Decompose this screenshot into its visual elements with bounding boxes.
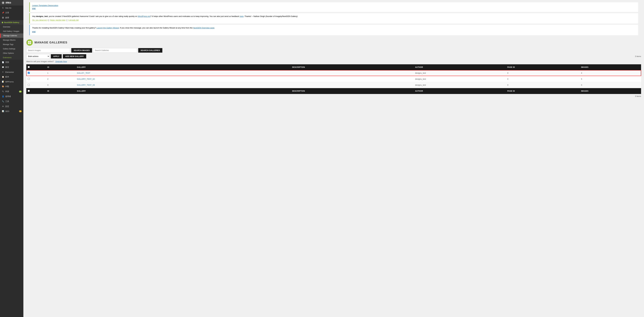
row-images-3: 0 xyxy=(580,82,641,88)
nextgen-overview-link[interactable]: NextGEN Overview page xyxy=(193,27,214,29)
sidebar-item-manage-albums[interactable]: Manage Albums xyxy=(0,38,24,42)
footer-images: IMAGES xyxy=(580,88,641,94)
row-pageid-3: 0 xyxy=(506,82,580,88)
gallery-link-1[interactable]: GALLEY_TEST xyxy=(77,72,90,74)
sidebar-item-posts[interactable]: 📌 文章 xyxy=(0,10,24,15)
table-row: 2 GALLERY_TEST_02 designu_test 0 5 xyxy=(26,76,641,82)
row-checkbox-2[interactable] xyxy=(28,78,30,80)
row-gallery-3: GALLERY_TEST_03 xyxy=(76,82,291,88)
sidebar-item-users[interactable]: 👤 使用者 xyxy=(0,94,24,99)
row-description-1 xyxy=(291,70,414,76)
sidebar-item-gallery-settings[interactable]: Gallery Settings xyxy=(0,46,24,51)
page-title-row: MANAGE GALLERIES xyxy=(26,39,641,46)
select-all-checkbox[interactable] xyxy=(28,66,30,68)
appearance-icon: 🎨 xyxy=(2,85,4,88)
rating-ok-link[interactable]: Ok, you deserve it xyxy=(32,19,48,21)
sidebar-item-comments[interactable]: 💬 留言 xyxy=(0,65,24,70)
pages-icon: 📄 xyxy=(2,61,4,64)
sidebar-item-settings[interactable]: ⚙ 設定 xyxy=(0,104,24,109)
sidebar-item-elementor[interactable]: ✏ Elementor xyxy=(0,70,24,74)
sidebar-item-label: 工具 xyxy=(5,100,9,103)
table-row: 3 GALLERY_TEST_03 designu_test 0 0 xyxy=(26,82,641,88)
row-checkbox-1[interactable] xyxy=(28,72,30,74)
seo-icon: 📊 xyxy=(2,110,4,112)
apply-button[interactable]: APPLY xyxy=(51,54,62,58)
footer-gallery: GALLERY xyxy=(76,88,291,94)
sidebar-item-appearance[interactable]: 🎨 外觀 xyxy=(0,84,24,89)
tools-icon: 🔧 xyxy=(2,100,4,102)
search-images-input[interactable] xyxy=(26,48,70,52)
rating-nope-link[interactable]: Nope, maybe later xyxy=(50,19,66,21)
table-header-row: ID GALLERY DESCRIPTION AUTHOR PAGE ID IM… xyxy=(26,64,641,70)
legacy-templates-link[interactable]: Legacy Templates Deprecation xyxy=(32,4,58,6)
elementor-icon: ✏ xyxy=(2,71,4,73)
sidebar-item-label: Manage Albums xyxy=(3,39,16,41)
sidebar-item-seo[interactable]: 📊 SEO 3 xyxy=(0,109,24,114)
nextgen-gallery-menu[interactable]: NextGEN Gallery xyxy=(0,20,24,25)
sidebar: ⚙ 控制台 G Site Kit 📌 文章 🖼 媒體 NextGEN Galle… xyxy=(0,0,24,317)
row-pageid-2: 0 xyxy=(506,76,580,82)
row-description-3 xyxy=(291,82,414,88)
sidebar-item-sitekit[interactable]: G Site Kit xyxy=(0,6,24,10)
bulk-actions-select[interactable]: Bulk actions Delete xyxy=(26,54,50,58)
sidebar-item-other-options[interactable]: Other Options xyxy=(0,51,24,56)
rating-already-link[interactable]: I already did xyxy=(68,19,78,21)
row-description-2 xyxy=(291,76,414,82)
row-checkbox-3[interactable] xyxy=(28,84,30,86)
dashboard-icon: ⚙ xyxy=(2,2,4,4)
table-head: ID GALLERY DESCRIPTION AUTHOR PAGE ID IM… xyxy=(26,64,641,70)
add-new-gallery-button[interactable]: ADD NEW GALLERY xyxy=(63,54,86,58)
row-author-3: designu_test xyxy=(414,82,506,88)
sidebar-item-overview[interactable]: Overview xyxy=(0,25,24,29)
svg-rect-2 xyxy=(28,43,29,44)
main-content: Legacy Templates Deprecation 瞭解 Hey desi… xyxy=(24,0,644,317)
header-description: DESCRIPTION xyxy=(291,64,414,70)
launch-wizard-link[interactable]: Launch the Gallery Wizard xyxy=(96,27,119,29)
header-page-id: PAGE ID xyxy=(506,64,580,70)
upgrade-link[interactable]: Upgrade Now xyxy=(55,60,67,62)
footer-description: DESCRIPTION xyxy=(291,88,414,94)
select-all-footer-checkbox[interactable] xyxy=(28,90,30,92)
wizard-notice-text: Thanks for installing NextGEN Gallery! W… xyxy=(32,26,636,30)
row-gallery-1: GALLEY_TEST xyxy=(76,70,291,76)
feedback-link[interactable]: here xyxy=(240,15,244,18)
table-body: 1 GALLEY_TEST designu_test 0 4 2 GALLERY… xyxy=(26,70,641,88)
sidebar-item-plugins[interactable]: 🔌 外掛 6 xyxy=(0,89,24,94)
wizard-dismiss-link[interactable]: 瞭解 xyxy=(32,31,36,33)
row-author-2: designu_test xyxy=(414,76,506,82)
sidebar-item-add-gallery[interactable]: Add Gallery / Images xyxy=(0,29,24,34)
sidebar-item-label: 頁面 xyxy=(5,61,9,64)
scrolled-notices-top: Legacy Templates Deprecation 瞭解 Hey desi… xyxy=(24,0,644,35)
search-images-button[interactable]: SEARCH IMAGES xyxy=(71,48,92,52)
sidebar-item-pages[interactable]: 📄 頁面 xyxy=(0,60,24,65)
sidebar-item-manage-tags[interactable]: Manage Tags xyxy=(0,42,24,46)
row-gallery-2: GALLERY_TEST_02 xyxy=(76,76,291,82)
row-checkbox-cell xyxy=(26,82,46,88)
rating-notice: Hey designu_test, you've created 3 NextG… xyxy=(29,13,638,24)
sidebar-item-manage-galleries[interactable]: Manage Galleries xyxy=(0,34,24,38)
sidebar-brand-label: 控制台 xyxy=(6,2,11,4)
gallery-link-2[interactable]: GALLERY_TEST_02 xyxy=(77,78,95,80)
gallery-link-3[interactable]: GALLERY_TEST_03 xyxy=(77,84,95,86)
footer-page-id: PAGE ID xyxy=(506,88,580,94)
seo-badge: 3 xyxy=(19,110,22,112)
sidebar-item-label: 使用者 xyxy=(5,95,11,98)
row-id-2: 2 xyxy=(46,76,76,82)
search-galleries-button[interactable]: SEARCH GALLERIES xyxy=(138,48,162,52)
wizard-notice: Thanks for installing NextGEN Gallery! W… xyxy=(29,25,638,35)
legacy-dismiss-link[interactable]: 瞭解 xyxy=(32,8,36,10)
sidebar-item-media[interactable]: 🖼 媒體 xyxy=(0,15,24,20)
row-id-3: 3 xyxy=(46,82,76,88)
plugins-badge: 6 xyxy=(19,90,22,92)
sidebar-brand[interactable]: ⚙ 控制台 xyxy=(0,0,24,6)
sidebar-item-extensions[interactable]: Extensions xyxy=(0,56,24,60)
sidebar-item-label: 文章 xyxy=(5,12,9,14)
search-galleries-input[interactable] xyxy=(93,48,137,52)
wordpress-org-link[interactable]: WordPress.org xyxy=(138,15,150,18)
nextgen-label-text: NextGEN Gallery xyxy=(4,21,19,24)
sidebar-item-tools[interactable]: 🔧 工具 xyxy=(0,99,24,104)
sidebar-item-label: Add Gallery / Images xyxy=(3,30,19,32)
sidebar-item-wpforms[interactable]: 📝 WPForms xyxy=(0,79,24,84)
search-toolbar: SEARCH IMAGES SEARCH GALLERIES xyxy=(26,48,641,52)
sidebar-item-scripts[interactable]: 📋 範本 xyxy=(0,74,24,79)
